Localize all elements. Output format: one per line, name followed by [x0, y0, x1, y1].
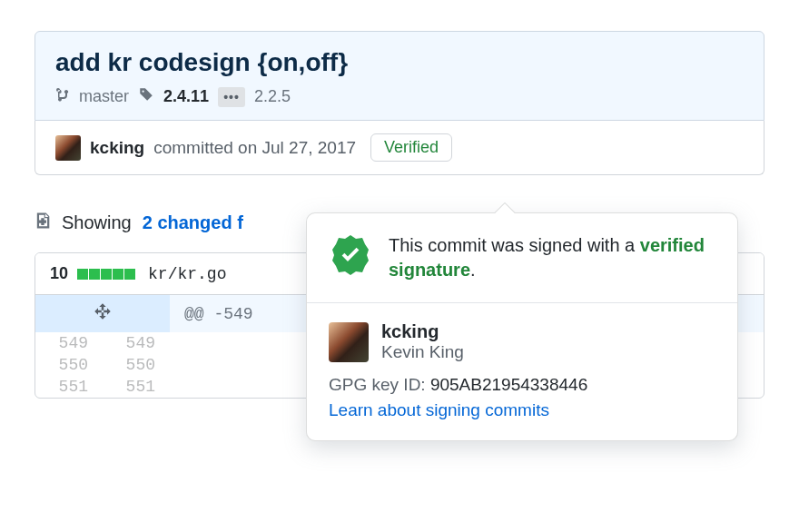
- more-tags-button[interactable]: •••: [218, 87, 245, 107]
- avatar[interactable]: [55, 135, 81, 161]
- tag-icon: [138, 86, 154, 107]
- line-number-old[interactable]: 549: [35, 332, 103, 354]
- popover-message-line1: This commit was signed with a: [389, 235, 635, 255]
- committer-username[interactable]: kcking: [90, 138, 144, 158]
- commit-header: add kr codesign {on,off} master 2.4.11 •…: [35, 31, 764, 121]
- committer-row: kcking committed on Jul 27, 2017 Verifie…: [35, 121, 764, 175]
- line-number-old[interactable]: 551: [35, 376, 103, 398]
- signer-username[interactable]: kcking: [381, 321, 464, 342]
- previous-tag[interactable]: 2.2.5: [254, 87, 291, 106]
- file-path[interactable]: kr/kr.go: [148, 265, 226, 283]
- popover-header: This commit was signed with a verified s…: [307, 213, 737, 303]
- line-number-new[interactable]: 551: [103, 376, 170, 398]
- line-number-new[interactable]: 549: [103, 332, 170, 354]
- line-number-new[interactable]: 550: [103, 354, 170, 376]
- diffstat-blocks: [77, 269, 135, 280]
- branch-tag-row: master 2.4.11 ••• 2.2.5: [55, 86, 744, 107]
- showing-label: Showing: [62, 212, 132, 233]
- commit-date-text: committed on Jul 27, 2017: [153, 138, 356, 158]
- commit-title: add kr codesign {on,off}: [55, 48, 744, 77]
- expand-button[interactable]: [35, 295, 170, 332]
- learn-signing-link[interactable]: Learn about signing commits: [329, 400, 715, 420]
- branch-name[interactable]: master: [79, 87, 129, 106]
- verified-check-icon: [329, 233, 372, 277]
- changed-files-link[interactable]: 2 changed f: [143, 212, 243, 233]
- verified-badge[interactable]: Verified: [370, 133, 452, 162]
- branch-icon: [55, 86, 70, 107]
- signer-name: kcking Kevin King: [381, 321, 464, 362]
- popover-message-period: .: [470, 260, 476, 280]
- tag-version[interactable]: 2.4.11: [163, 87, 209, 106]
- additions-count: 10: [50, 264, 68, 283]
- gpg-key-id: 905AB21954338446: [430, 375, 587, 394]
- popover-body: kcking Kevin King GPG key ID: 905AB21954…: [307, 303, 737, 440]
- verified-popover: This commit was signed with a verified s…: [306, 212, 738, 441]
- diff-icon: [35, 212, 51, 234]
- gpg-key-row: GPG key ID: 905AB21954338446: [329, 375, 715, 395]
- line-number-old[interactable]: 550: [35, 354, 103, 376]
- signer-row: kcking Kevin King: [329, 321, 715, 362]
- signer-fullname: Kevin King: [381, 342, 464, 362]
- popover-message: This commit was signed with a verified s…: [389, 233, 715, 282]
- gpg-key-label: GPG key ID:: [329, 375, 430, 394]
- avatar[interactable]: [329, 322, 369, 362]
